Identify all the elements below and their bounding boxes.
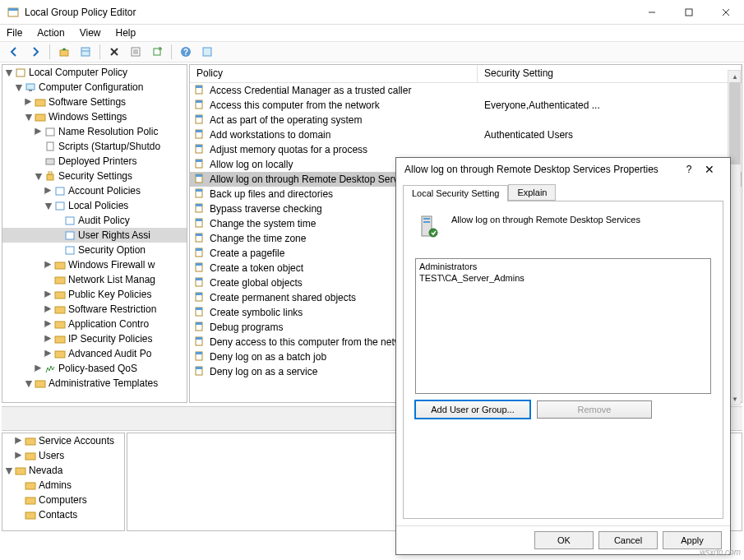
- folder-icon: [24, 479, 37, 492]
- policy-name: Adjust memory quotas for a process: [210, 144, 478, 155]
- window-title: Local Group Policy Editor: [25, 7, 633, 18]
- scroll-thumb[interactable]: [729, 82, 741, 164]
- tree-wfw[interactable]: Windows Firewall w: [68, 259, 155, 271]
- dialog-close-button[interactable]: ✕: [697, 163, 722, 176]
- navigation-tree[interactable]: ⯆Local Computer Policy ⯆Computer Configu…: [2, 64, 187, 403]
- app-icon: [7, 6, 20, 19]
- apply-button[interactable]: Apply: [663, 531, 722, 549]
- export-button[interactable]: [148, 43, 166, 61]
- lower-tree-item[interactable]: Contacts: [2, 507, 124, 522]
- policy-item-icon: [193, 173, 206, 186]
- close-button[interactable]: [707, 0, 744, 25]
- lower-tree-label: Service Accounts: [39, 435, 114, 447]
- properties-button[interactable]: [127, 43, 145, 61]
- lower-tree[interactable]: ⯈Service Accounts⯈Users⯆NevadaAdminsComp…: [2, 433, 125, 531]
- tree-nlm[interactable]: Network List Manag: [68, 274, 155, 285]
- lower-tree-item[interactable]: Computers: [2, 493, 124, 507]
- cancel-button[interactable]: Cancel: [598, 531, 658, 549]
- lower-tree-item[interactable]: Admins: [2, 478, 124, 493]
- svg-rect-79: [196, 352, 202, 354]
- policy-row[interactable]: Adjust memory quotas for a process: [190, 142, 742, 157]
- member-item[interactable]: TEST\CA_Server_Admins: [419, 272, 707, 284]
- policy-row[interactable]: Access this computer from the networkEve…: [190, 98, 742, 113]
- policy-row[interactable]: Add workstations to domainAuthenticated …: [190, 127, 742, 142]
- policy-row[interactable]: Access Credential Manager as a trusted c…: [190, 83, 742, 98]
- dialog-titlebar[interactable]: Allow log on through Remote Desktop Serv…: [396, 158, 730, 181]
- member-item[interactable]: Administrators: [419, 261, 707, 272]
- add-user-group-button[interactable]: Add User or Group...: [415, 400, 530, 419]
- svg-rect-81: [196, 367, 202, 369]
- policy-item-icon: [193, 321, 206, 334]
- svg-rect-77: [196, 337, 202, 340]
- forward-button[interactable]: [26, 43, 44, 61]
- help-icon[interactable]: ?: [681, 164, 697, 175]
- lower-tree-item[interactable]: ⯈Service Accounts: [2, 433, 124, 448]
- policy-item-icon: [193, 217, 206, 230]
- tree-at[interactable]: Administrative Templates: [49, 377, 158, 389]
- svg-rect-67: [196, 263, 202, 266]
- tree-audit[interactable]: Audit Policy: [78, 215, 130, 226]
- svg-rect-63: [196, 234, 202, 236]
- svg-rect-3: [686, 9, 692, 16]
- remove-button[interactable]: Remove: [537, 400, 652, 419]
- tab-local-security[interactable]: Local Security Setting: [403, 185, 508, 201]
- tree-root[interactable]: Local Computer Policy: [29, 67, 127, 78]
- back-button[interactable]: [5, 43, 23, 61]
- svg-rect-53: [196, 160, 202, 162]
- svg-rect-28: [49, 172, 52, 174]
- svg-rect-40: [55, 351, 65, 358]
- svg-rect-41: [35, 381, 45, 387]
- tree-sec[interactable]: Security Settings: [58, 170, 132, 182]
- menu-file[interactable]: File: [7, 27, 22, 39]
- delete-button[interactable]: [105, 43, 123, 61]
- tree-srp[interactable]: Software Restriction: [68, 303, 156, 315]
- tree-pkp[interactable]: Public Key Policies: [68, 289, 151, 300]
- ok-button[interactable]: OK: [534, 531, 594, 549]
- tree-cc[interactable]: Computer Configuration: [39, 81, 143, 93]
- svg-rect-32: [66, 232, 74, 239]
- svg-rect-83: [25, 453, 35, 460]
- show-hide-button[interactable]: [76, 43, 95, 61]
- svg-rect-31: [66, 217, 74, 224]
- policy-item-icon: [193, 202, 206, 215]
- lower-tree-item[interactable]: ⯈Users: [2, 448, 124, 463]
- policy-name: Add workstations to domain: [210, 129, 478, 141]
- tree-scripts[interactable]: Scripts (Startup/Shutdo: [58, 141, 160, 152]
- tree-ws[interactable]: Windows Settings: [49, 111, 127, 123]
- tree-lp[interactable]: Local Policies: [68, 200, 128, 211]
- svg-rect-82: [25, 438, 35, 445]
- tree-ipsec[interactable]: IP Security Policies: [68, 333, 153, 345]
- refresh-button[interactable]: [198, 43, 216, 61]
- tree-ss[interactable]: Software Settings: [49, 96, 126, 108]
- svg-rect-51: [196, 145, 202, 147]
- svg-rect-38: [55, 322, 65, 328]
- tree-ap[interactable]: Account Policies: [68, 185, 141, 197]
- policy-row[interactable]: Act as part of the operating system: [190, 113, 742, 127]
- tree-dp[interactable]: Deployed Printers: [58, 155, 136, 167]
- lower-tree-item[interactable]: ⯆Nevada: [2, 463, 124, 478]
- menu-help[interactable]: Help: [116, 27, 136, 39]
- policy-item-icon: [193, 128, 206, 141]
- lower-tree-label: Computers: [39, 494, 87, 506]
- tree-nrp[interactable]: Name Resolution Polic: [58, 126, 158, 137]
- members-listbox[interactable]: AdministratorsTEST\CA_Server_Admins: [415, 258, 711, 394]
- folder-icon: [24, 434, 37, 447]
- maximize-button[interactable]: [670, 0, 707, 25]
- col-policy[interactable]: Policy: [190, 65, 478, 82]
- svg-rect-18: [203, 48, 211, 56]
- help-button[interactable]: ?: [177, 43, 195, 61]
- tree-qos[interactable]: Policy-based QoS: [58, 363, 137, 374]
- tab-explain[interactable]: Explain: [508, 184, 556, 201]
- tree-appc[interactable]: Application Contro: [68, 318, 149, 330]
- col-setting[interactable]: Security Setting: [478, 65, 742, 82]
- tree-so[interactable]: Security Option: [78, 244, 146, 256]
- svg-rect-61: [196, 219, 202, 221]
- menu-action[interactable]: Action: [37, 27, 64, 39]
- tree-ura[interactable]: User Rights Assi: [78, 229, 150, 241]
- minimize-button[interactable]: [633, 0, 670, 25]
- scroll-up-icon[interactable]: ▲: [728, 71, 742, 82]
- menu-view[interactable]: View: [80, 27, 101, 39]
- up-button[interactable]: [55, 43, 73, 61]
- policy-item-icon: [193, 306, 206, 319]
- tree-aap[interactable]: Advanced Audit Po: [68, 348, 151, 359]
